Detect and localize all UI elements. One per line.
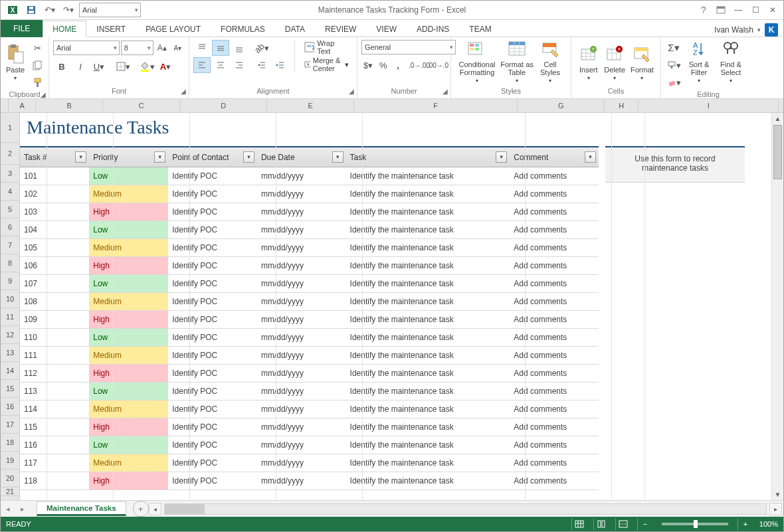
vertical-scrollbar[interactable]: ▲ ▼	[771, 113, 783, 500]
sheet-tab-active[interactable]: Maintenance Tasks	[37, 501, 126, 516]
font-color-icon[interactable]: A▾	[157, 58, 174, 74]
row-header-10[interactable]: 10	[1, 290, 19, 308]
table-cell[interactable]: Identify the maintenance task	[346, 221, 510, 238]
table-header[interactable]: Due Date▼	[257, 147, 346, 167]
tab-data[interactable]: DATA	[275, 21, 315, 37]
table-cell[interactable]: 108	[20, 293, 89, 310]
scroll-thumb[interactable]	[773, 125, 782, 179]
table-cell[interactable]: Add comments	[510, 383, 599, 400]
ribbon-display-icon[interactable]	[713, 2, 729, 18]
table-cell[interactable]: Add comments	[510, 257, 599, 274]
table-cell[interactable]: Add comments	[510, 347, 599, 364]
dialog-launcher-icon[interactable]: ◢	[349, 88, 354, 95]
table-cell[interactable]: Add comments	[510, 329, 599, 346]
excel-icon[interactable]: X	[5, 2, 21, 18]
fill-color-icon[interactable]: ▾	[138, 58, 155, 74]
scroll-left-icon[interactable]: ◂	[149, 503, 161, 515]
tab-view[interactable]: VIEW	[366, 21, 407, 37]
table-cell[interactable]: Add comments	[510, 311, 599, 328]
table-cell[interactable]: 105	[20, 239, 89, 256]
align-top-icon[interactable]	[193, 40, 211, 56]
align-middle-icon[interactable]	[212, 40, 229, 56]
table-cell[interactable]: 118	[20, 472, 89, 489]
table-cell[interactable]: High	[89, 365, 168, 382]
redo-icon[interactable]: ↷▾	[60, 2, 76, 18]
table-cell[interactable]: Identify the maintenance task	[346, 239, 510, 256]
col-header-F[interactable]: F	[354, 99, 518, 112]
table-cell[interactable]: Identify the maintenance task	[346, 275, 510, 292]
font-name-selector[interactable]: Arial	[53, 41, 120, 55]
table-cell[interactable]: Add comments	[510, 365, 599, 382]
table-cell[interactable]: mm/dd/yyyy	[257, 203, 346, 221]
table-cell[interactable]: 116	[20, 436, 89, 454]
table-cell[interactable]: Identify the maintenance task	[346, 257, 510, 274]
table-cell[interactable]: High	[89, 311, 168, 328]
tab-review[interactable]: REVIEW	[315, 21, 366, 37]
row-header-17[interactable]: 17	[1, 416, 19, 434]
normal-view-icon[interactable]	[571, 518, 587, 530]
table-header[interactable]: Point of Contact▼	[168, 147, 257, 167]
table-cell[interactable]: Identify the maintenance task	[346, 400, 510, 418]
tab-formulas[interactable]: FORMULAS	[211, 21, 275, 37]
table-cell[interactable]: mm/dd/yyyy	[257, 221, 346, 238]
row-header-18[interactable]: 18	[1, 434, 19, 452]
row-header-9[interactable]: 9	[1, 272, 19, 290]
table-cell[interactable]: 114	[20, 400, 89, 418]
table-cell[interactable]: 104	[20, 221, 89, 238]
scroll-down-icon[interactable]: ▼	[772, 489, 783, 500]
table-header[interactable]: Task▼	[346, 147, 510, 167]
table-cell[interactable]: Identify the maintenance task	[346, 418, 510, 436]
table-cell[interactable]: mm/dd/yyyy	[257, 239, 346, 256]
table-cell[interactable]: mm/dd/yyyy	[257, 472, 346, 489]
row-header-11[interactable]: 11	[1, 308, 19, 326]
align-center-icon[interactable]	[212, 57, 229, 73]
help-icon[interactable]: ?	[696, 2, 712, 18]
tab-page-layout[interactable]: PAGE LAYOUT	[136, 21, 211, 37]
filter-icon[interactable]: ▼	[496, 151, 507, 163]
number-format-selector[interactable]: General	[361, 40, 456, 54]
minimize-icon[interactable]: —	[730, 2, 746, 18]
format-cells-button[interactable]: Format▾	[628, 40, 656, 84]
table-cell[interactable]: 109	[20, 311, 89, 328]
decrease-font-icon[interactable]: A▾	[171, 40, 185, 56]
table-cell[interactable]: Identify POC	[168, 329, 257, 346]
table-row[interactable]: 109HighIdentify POCmm/dd/yyyyIdentify th…	[20, 311, 599, 329]
table-cell[interactable]: Identify POC	[168, 221, 257, 238]
table-row[interactable]: 113LowIdentify POCmm/dd/yyyyIdentify the…	[20, 383, 599, 400]
insert-cells-button[interactable]: +Insert▾	[575, 40, 601, 84]
table-cell[interactable]: Identify the maintenance task	[346, 185, 510, 203]
col-header-C[interactable]: C	[103, 99, 180, 112]
sort-filter-button[interactable]: AZSort & Filter▾	[684, 40, 714, 84]
orientation-icon[interactable]: ab▾	[253, 40, 270, 56]
table-cell[interactable]: 112	[20, 365, 89, 382]
align-bottom-icon[interactable]	[231, 40, 248, 56]
increase-indent-icon[interactable]	[272, 57, 289, 73]
dialog-launcher-icon[interactable]: ◢	[181, 88, 186, 95]
row-header-21[interactable]: 21	[1, 488, 19, 496]
page-layout-view-icon[interactable]	[593, 518, 609, 530]
comma-format-icon[interactable]: ,	[391, 57, 405, 73]
row-header-13[interactable]: 13	[1, 344, 19, 362]
table-cell[interactable]: Identify the maintenance task	[346, 311, 510, 328]
worksheet-canvas[interactable]: Maintenance Tasks Task #▼Priority▼Point …	[20, 113, 771, 500]
table-cell[interactable]: mm/dd/yyyy	[257, 329, 346, 346]
table-cell[interactable]: Add comments	[510, 221, 599, 238]
table-cell[interactable]: 106	[20, 257, 89, 274]
table-cell[interactable]: Add comments	[510, 472, 599, 489]
table-row[interactable]: 108MediumIdentify POCmm/dd/yyyyIdentify …	[20, 293, 599, 311]
align-left-icon[interactable]	[193, 57, 211, 73]
table-cell[interactable]: 103	[20, 203, 89, 221]
table-cell[interactable]: Medium	[89, 293, 168, 310]
table-cell[interactable]: Identify POC	[168, 311, 257, 328]
table-cell[interactable]: Add comments	[510, 454, 599, 472]
table-cell[interactable]: High	[89, 472, 168, 489]
table-cell[interactable]: Identify the maintenance task	[346, 454, 510, 472]
copy-icon[interactable]	[29, 57, 46, 73]
table-cell[interactable]: Low	[89, 436, 168, 454]
format-painter-icon[interactable]	[29, 74, 46, 90]
col-header-G[interactable]: G	[518, 99, 605, 112]
maximize-icon[interactable]: ☐	[747, 2, 763, 18]
table-cell[interactable]: Add comments	[510, 400, 599, 418]
table-cell[interactable]: Identify POC	[168, 472, 257, 489]
close-icon[interactable]: ✕	[765, 2, 781, 18]
